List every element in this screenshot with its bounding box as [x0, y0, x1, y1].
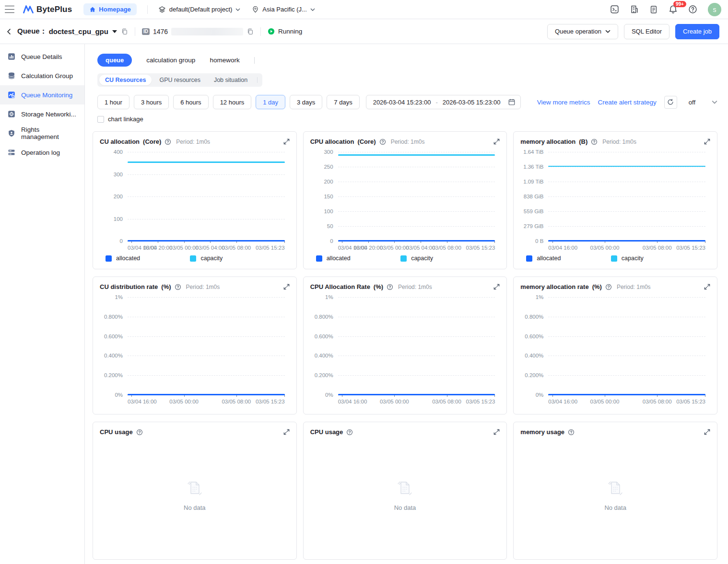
legend-item-allocated[interactable]: allocated: [106, 255, 190, 262]
create-job-button[interactable]: Create job: [675, 24, 719, 39]
help-icon[interactable]: [387, 284, 393, 290]
expand-icon[interactable]: [493, 429, 500, 435]
range-7-days[interactable]: 7 days: [327, 95, 359, 109]
expand-icon[interactable]: [283, 429, 290, 435]
range-1-day[interactable]: 1 day: [256, 95, 285, 109]
expand-icon[interactable]: [283, 138, 290, 145]
help-icon[interactable]: [591, 138, 598, 145]
subtab-cu-resources[interactable]: CU Resources: [99, 75, 152, 85]
legend-item-allocated[interactable]: allocated: [526, 255, 611, 262]
chart-plot[interactable]: 1%0.800%0.600%0.400%0.200%0%03/04 16:000…: [548, 297, 705, 395]
help-icon[interactable]: [568, 429, 575, 436]
expand-icon[interactable]: [493, 138, 500, 145]
chart-plot[interactable]: 30025020015010050003/04 16:0003/04 20:00…: [338, 152, 495, 242]
legend-item-allocated[interactable]: allocated: [316, 255, 400, 262]
notifications-bell-icon[interactable]: 99+: [669, 5, 678, 14]
billing-building-icon[interactable]: [630, 5, 639, 14]
sidebar-item-storage-networking[interactable]: Storage Networki...: [0, 104, 84, 124]
sql-editor-button[interactable]: SQL Editor: [624, 24, 669, 39]
axis-tick: [236, 395, 237, 397]
legend-item-capacity[interactable]: capacity: [190, 255, 274, 262]
queue-actions: Queue operation SQL Editor Create job: [547, 24, 719, 39]
homepage-button[interactable]: Homepage: [83, 3, 136, 15]
tab-calculation-group[interactable]: calculation group: [146, 57, 195, 64]
expand-icon[interactable]: [283, 284, 290, 290]
chart-plot[interactable]: 1.64 TiB1.36 TiB1.09 TiB838 GiB559 GiB27…: [548, 152, 705, 242]
create-alert-strategy-link[interactable]: Create alert strategy: [598, 99, 656, 106]
range-3-hours[interactable]: 3 hours: [134, 95, 169, 109]
chart-linkage-checkbox[interactable]: [97, 116, 104, 123]
cloud-shell-icon[interactable]: [610, 5, 619, 14]
collapse-chevron-icon[interactable]: [712, 100, 717, 104]
tab-homework[interactable]: homework: [210, 57, 239, 64]
help-icon[interactable]: [175, 284, 181, 290]
date-range-picker[interactable]: 2026-03-04 15:23:00 - 2026-03-05 15:23:0…: [366, 95, 521, 109]
axis-tick: [368, 241, 369, 243]
subtab-gpu-resources[interactable]: GPU resources: [153, 75, 206, 85]
copy-icon[interactable]: [247, 28, 254, 35]
sidebar-item-queue-details[interactable]: Queue Details: [0, 47, 84, 66]
chart-card: CU distribution rate (%) Period: 1m0s 1%…: [93, 276, 297, 414]
subtab-job-situation[interactable]: Job situation: [208, 75, 253, 85]
y-axis-label: 100: [100, 216, 123, 222]
help-icon[interactable]: [605, 284, 612, 290]
refresh-button[interactable]: [664, 96, 677, 109]
view-more-metrics-link[interactable]: View more metrics: [537, 99, 590, 106]
grid-line: [338, 375, 495, 376]
chart-title: memory allocation: [520, 138, 575, 145]
back-icon[interactable]: [6, 28, 12, 35]
header-actions: 99+ s: [610, 3, 721, 16]
sidebar-item-queue-monitoring[interactable]: Queue Monitoring: [0, 85, 84, 104]
help-icon[interactable]: [346, 429, 353, 436]
range-12-hours[interactable]: 12 hours: [213, 95, 252, 109]
chart-card: CPU Allocation Rate (%) Period: 1m0s 1%0…: [303, 276, 507, 414]
project-selector[interactable]: default(Default project): [158, 6, 241, 13]
grid-line: [128, 219, 285, 219]
y-axis-label: 0: [100, 238, 123, 244]
range-3-days[interactable]: 3 days: [290, 95, 322, 109]
hamburger-menu-icon[interactable]: [5, 6, 14, 13]
axis-tick: [394, 395, 395, 397]
range-1-hour[interactable]: 1 hour: [97, 95, 129, 109]
queue-status: Running: [268, 28, 302, 35]
grid-line: [548, 375, 705, 376]
help-icon[interactable]: [379, 138, 386, 145]
chart-period: Period: 1m0s: [617, 284, 651, 290]
legend-item-capacity[interactable]: capacity: [611, 255, 695, 262]
queue-operation-button[interactable]: Queue operation: [547, 24, 618, 39]
help-icon[interactable]: [688, 5, 697, 14]
grid-line: [338, 336, 495, 337]
legend-label: capacity: [200, 255, 223, 262]
sidebar-item-operation-log[interactable]: Operation log: [0, 143, 84, 162]
queue-switch-caret-icon[interactable]: [112, 30, 117, 33]
legend-item-capacity[interactable]: capacity: [400, 255, 485, 262]
chart-plot[interactable]: 1%0.800%0.600%0.400%0.200%0%03/04 16:000…: [128, 297, 285, 395]
expand-icon[interactable]: [704, 429, 710, 435]
y-axis-label: 0.600%: [310, 334, 333, 339]
y-axis-label: 0.800%: [520, 314, 543, 320]
expand-icon[interactable]: [493, 284, 500, 290]
axis-tick: [705, 241, 705, 243]
bar-chart-icon: [8, 53, 15, 60]
auto-refresh-value[interactable]: off: [689, 99, 695, 106]
divider: [147, 5, 148, 14]
grid-line: [548, 297, 705, 298]
expand-icon[interactable]: [704, 284, 710, 290]
sidebar-item-calculation-group[interactable]: Calculation Group: [0, 66, 84, 85]
chart-plot[interactable]: 1%0.800%0.600%0.400%0.200%0%03/04 16:000…: [338, 297, 495, 395]
brand-logo[interactable]: BytePlus: [23, 5, 72, 14]
tab-queue[interactable]: queue: [97, 54, 132, 67]
id-redacted: [171, 28, 243, 35]
help-icon[interactable]: [164, 138, 171, 145]
documents-icon[interactable]: [649, 5, 658, 14]
avatar[interactable]: s: [708, 3, 721, 16]
range-6-hours[interactable]: 6 hours: [173, 95, 208, 109]
chart-title: CPU Allocation Rate: [310, 283, 370, 290]
expand-icon[interactable]: [704, 138, 710, 145]
copy-icon[interactable]: [121, 28, 128, 35]
region-selector[interactable]: Asia Pacific (J...: [252, 6, 315, 13]
grid-line: [338, 211, 495, 212]
help-icon[interactable]: [136, 429, 143, 436]
chart-plot[interactable]: 400300200100003/04 16:0003/04 20:0003/05…: [128, 152, 285, 242]
sidebar-item-rights-management[interactable]: Rights management: [0, 124, 84, 143]
